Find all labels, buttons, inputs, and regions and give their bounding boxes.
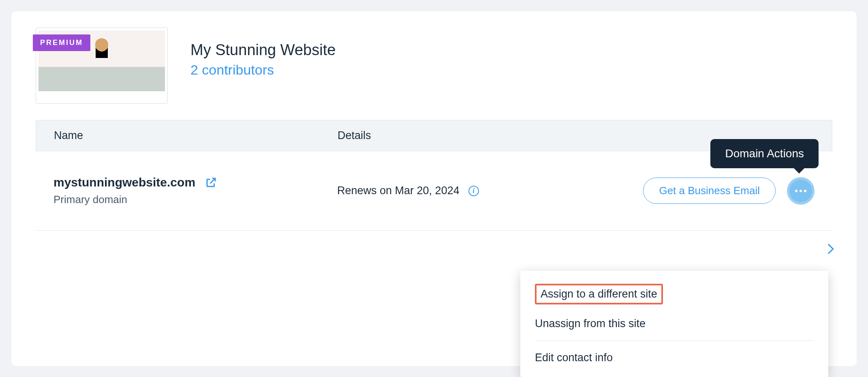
- domain-row: mystunningwebsite.com Primary domain Ren…: [36, 151, 832, 231]
- row-actions: Get a Business Email Domain Actions: [643, 177, 815, 205]
- site-title: My Stunning Website: [190, 41, 336, 59]
- info-icon[interactable]: i: [468, 186, 479, 196]
- site-meta: My Stunning Website 2 contributors: [190, 28, 336, 78]
- column-name: Name: [54, 129, 338, 142]
- menu-edit-contact-info[interactable]: Edit contact info: [520, 345, 828, 371]
- thumbnail-figure: [90, 36, 113, 65]
- domain-name-line: mystunningwebsite.com: [53, 176, 337, 189]
- domain-name: mystunningwebsite.com: [53, 176, 195, 189]
- menu-separator: [535, 341, 814, 341]
- more-dots-icon: [789, 180, 812, 202]
- next-row: [11, 231, 857, 267]
- domain-details: Renews on Mar 20, 2024 i: [337, 184, 643, 197]
- domain-actions-tooltip: Domain Actions: [710, 139, 819, 168]
- domain-actions-menu: Assign to a different site Unassign from…: [520, 271, 828, 377]
- renewal-text: Renews on Mar 20, 2024: [337, 184, 460, 197]
- get-business-email-button[interactable]: Get a Business Email: [643, 178, 776, 204]
- menu-unassign-from-site[interactable]: Unassign from this site: [520, 311, 828, 336]
- premium-badge: PREMIUM: [33, 34, 90, 51]
- site-thumbnail[interactable]: PREMIUM: [36, 28, 168, 104]
- contributors-link[interactable]: 2 contributors: [190, 62, 336, 78]
- external-link-icon[interactable]: [205, 176, 217, 188]
- site-card: PREMIUM My Stunning Website 2 contributo…: [11, 11, 857, 366]
- domain-subtitle: Primary domain: [53, 193, 337, 206]
- domain-info: mystunningwebsite.com Primary domain: [53, 176, 337, 206]
- chevron-right-icon[interactable]: [823, 244, 834, 254]
- menu-assign-different-site[interactable]: Assign to a different site: [520, 277, 828, 311]
- more-actions-button[interactable]: Domain Actions: [787, 177, 815, 205]
- site-header: PREMIUM My Stunning Website 2 contributo…: [11, 28, 857, 120]
